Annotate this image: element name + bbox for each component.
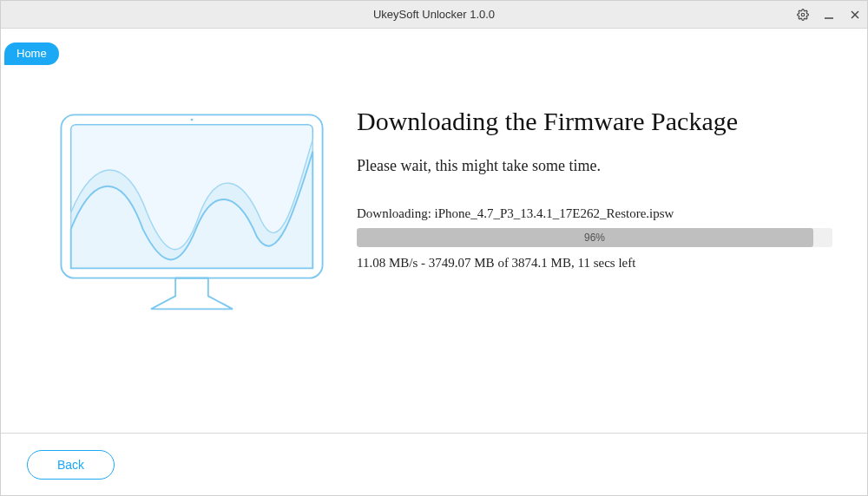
main-pane: Downloading the Firmware Package Please … <box>348 98 832 415</box>
body: Home <box>1 29 867 495</box>
titlebar-controls <box>796 1 862 29</box>
content-area: Downloading the Firmware Package Please … <box>1 29 867 433</box>
home-tab[interactable]: Home <box>4 42 59 65</box>
svg-point-6 <box>191 119 194 121</box>
svg-point-0 <box>801 13 805 16</box>
progress-bar: 96% <box>357 228 832 247</box>
download-file-line: Downloading: iPhone_4.7_P3_13.4.1_17E262… <box>357 206 832 221</box>
footer: Back <box>1 433 867 495</box>
back-button[interactable]: Back <box>27 450 115 480</box>
monitor-illustration <box>53 107 331 319</box>
progress-label: 96% <box>357 228 832 247</box>
minimize-icon[interactable] <box>822 8 836 22</box>
download-prefix: Downloading: <box>357 206 435 220</box>
titlebar: UkeySoft Unlocker 1.0.0 <box>1 1 867 29</box>
download-status: 11.08 MB/s - 3749.07 MB of 3874.1 MB, 11… <box>357 256 832 271</box>
app-window: UkeySoft Unlocker 1.0.0 Home <box>0 0 868 496</box>
page-subtext: Please wait, this might take some time. <box>357 157 832 175</box>
close-icon[interactable] <box>848 8 862 22</box>
page-heading: Downloading the Firmware Package <box>357 107 832 136</box>
window-title: UkeySoft Unlocker 1.0.0 <box>1 8 867 21</box>
download-filename: iPhone_4.7_P3_13.4.1_17E262_Restore.ipsw <box>435 206 674 220</box>
illustration-pane <box>36 98 348 415</box>
settings-icon[interactable] <box>796 8 810 22</box>
